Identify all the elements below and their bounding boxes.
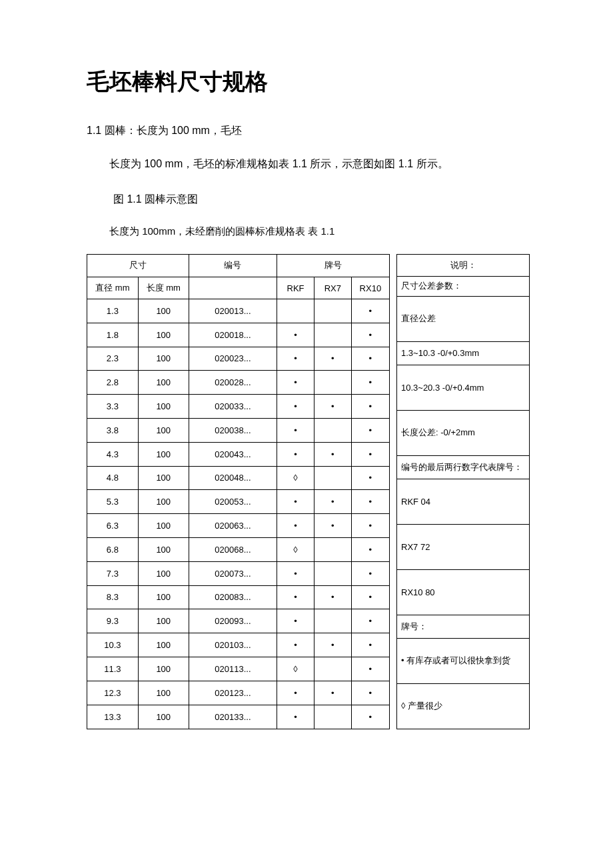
intro-text: 长度为 100 mm，毛坯的标准规格如表 1.1 所示，示意图如图 1.1 所示… [87,155,533,173]
th-rx7: RX7 [314,277,351,299]
cell-d: 1.3 [87,299,139,323]
cell-g3: • [351,442,389,466]
cell-l: 100 [138,466,189,490]
cell-d: 7.3 [87,561,139,585]
cell-g3: • [351,418,389,442]
cell-g2: • [314,347,351,371]
cell-d: 9.3 [87,609,139,633]
th-code: 编号 [189,254,277,277]
cell-d: 2.3 [87,347,139,371]
cell-g3: • [351,371,389,395]
cell-g1: • [277,418,314,442]
cell-g3: • [351,609,389,633]
cell-l: 100 [138,299,189,323]
cell-d: 5.3 [87,490,139,514]
note-range1: 1.3~10.3 -0/+0.3mm [397,341,530,365]
cell-g1: • [277,395,314,419]
cell-c: 020038... [189,418,277,442]
page-title: 毛坯棒料尺寸规格 [87,67,533,97]
table-row: 12.3100020123...••• [87,681,390,705]
cell-d: 6.3 [87,514,139,538]
cell-c: 020083... [189,585,277,609]
cell-g2 [314,466,351,490]
th-note: 说明： [397,254,530,276]
cell-g1: • [277,371,314,395]
notes-table: 说明： 尺寸公差参数： 直径公差 1.3~10.3 -0/+0.3mm 10.3… [396,254,530,729]
figure-caption: 图 1.1 圆棒示意图 [87,193,533,207]
cell-g1: • [277,347,314,371]
cell-c: 020043... [189,442,277,466]
cell-g2 [314,371,351,395]
cell-c: 020013... [189,299,277,323]
cell-l: 100 [138,681,189,705]
cell-g3: • [351,395,389,419]
cell-c: 020113... [189,657,277,681]
cell-d: 8.3 [87,585,139,609]
cell-l: 100 [138,395,189,419]
cell-c: 020073... [189,561,277,585]
cell-l: 100 [138,657,189,681]
th-code-blank [189,277,277,299]
note-rkf04: RKF 04 [397,479,530,524]
table-row: 4.3100020043...••• [87,442,390,466]
cell-g3: • [351,681,389,705]
cell-g3: • [351,514,389,538]
note-range2: 10.3~20.3 -0/+0.4mm [397,365,530,410]
table-row: 1.8100020018...•• [87,323,390,347]
note-rx772: RX7 72 [397,524,530,569]
table-row: 2.8100020028...•• [87,371,390,395]
cell-g2 [314,537,351,561]
table-row: 13.3100020133...•• [87,705,390,729]
cell-g3: • [351,299,389,323]
cell-g1: • [277,514,314,538]
cell-c: 020018... [189,323,277,347]
cell-c: 020048... [189,466,277,490]
th-size: 尺寸 [87,254,189,277]
cell-g1: • [277,561,314,585]
table-row: 1.3100020013...• [87,299,390,323]
cell-g2 [314,657,351,681]
cell-l: 100 [138,347,189,371]
cell-l: 100 [138,561,189,585]
note-instock: • 有库存或者可以很快拿到货 [397,638,530,683]
cell-d: 3.3 [87,395,139,419]
th-rkf: RKF [277,277,314,299]
cell-d: 4.3 [87,442,139,466]
table-row: 3.8100020038...•• [87,418,390,442]
table-row: 6.8100020068...◊• [87,537,390,561]
table-row: 8.3100020083...••• [87,585,390,609]
cell-g2 [314,418,351,442]
cell-l: 100 [138,585,189,609]
cell-g2: • [314,633,351,657]
cell-l: 100 [138,705,189,729]
cell-g2: • [314,442,351,466]
cell-g3: • [351,633,389,657]
cell-d: 13.3 [87,705,139,729]
cell-g3: • [351,657,389,681]
cell-g1 [277,299,314,323]
cell-g3: • [351,585,389,609]
cell-g1: • [277,633,314,657]
cell-l: 100 [138,323,189,347]
cell-g1: • [277,442,314,466]
note-code-meaning: 编号的最后两行数字代表牌号： [397,455,530,479]
cell-g1: • [277,609,314,633]
cell-l: 100 [138,609,189,633]
cell-d: 10.3 [87,633,139,657]
cell-g2 [314,323,351,347]
note-dia-tol: 直径公差 [397,296,530,341]
cell-d: 3.8 [87,418,139,442]
cell-c: 020023... [189,347,277,371]
cell-g3: • [351,705,389,729]
cell-g1: • [277,705,314,729]
cell-g3: • [351,466,389,490]
cell-l: 100 [138,537,189,561]
cell-c: 020093... [189,609,277,633]
note-len-tol: 长度公差: -0/+2mm [397,410,530,455]
cell-g2: • [314,681,351,705]
cell-l: 100 [138,418,189,442]
cell-g3: • [351,537,389,561]
cell-g3: • [351,323,389,347]
table-row: 4.8100020048...◊• [87,466,390,490]
cell-g2 [314,299,351,323]
